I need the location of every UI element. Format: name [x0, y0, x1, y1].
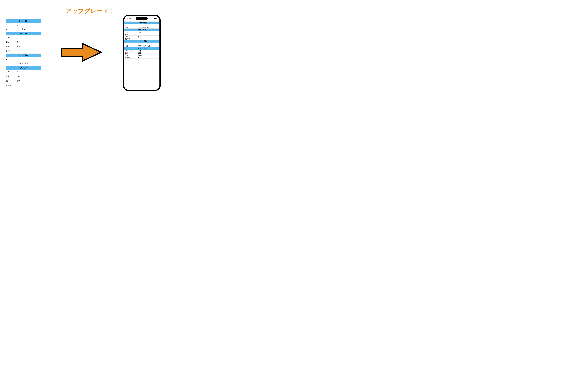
left-user1-id-row: id 2	[6, 57, 41, 61]
label-number: 数字	[124, 33, 137, 35]
svg-rect-3	[156, 18, 156, 18]
upgrade-arrow-icon	[60, 42, 102, 63]
label-drink: 飲み物	[124, 38, 137, 40]
value-user0-fruit: りんご	[137, 31, 159, 33]
app-user0-fav-header: お気に入り	[124, 28, 159, 31]
value-user1-name: ブログ読み次郎	[17, 63, 41, 65]
app-user1-fav-header: お気に入り	[124, 47, 159, 50]
app-user1-number-row: 数字 100	[124, 52, 159, 54]
label-number: 数字	[6, 75, 17, 77]
label-fruit: フルーツ	[124, 50, 137, 52]
wifi-icon	[151, 18, 153, 19]
value-user0-fruit: りんご	[17, 36, 41, 39]
value-user0-drink: -	[137, 38, 159, 40]
left-user1-fruit-row: フルーツ みかん	[6, 70, 41, 74]
label-drink: 飲み物	[124, 56, 137, 59]
app-user0-fruit-row: フルーツ りんご	[124, 31, 159, 33]
label-name: 名前	[6, 28, 17, 30]
value-user0-subject: 国語	[17, 46, 41, 48]
value-user1-subject: 数学	[17, 80, 41, 82]
value-user1-id: 2	[137, 43, 159, 45]
value-user0-name: ブログ書き太郎	[17, 28, 41, 30]
value-user1-number: 100	[17, 75, 41, 77]
label-name: 名前	[124, 26, 137, 28]
left-user1-info-header: ユーザー情報	[6, 54, 41, 57]
value-user0-id: 1	[137, 24, 159, 26]
left-user0-name-row: 名前 ブログ書き太郎	[6, 27, 41, 32]
label-drink: 飲み物	[6, 50, 17, 52]
left-table-panel: ユーザー情報 id 1 名前 ブログ書き太郎 お気に入り フルーツ りんご 数字…	[6, 19, 41, 88]
app-user0-number-row: 数字 3	[124, 33, 159, 36]
left-user1-drink-row: 飲み物 -	[6, 83, 41, 88]
label-name: 名前	[124, 45, 137, 47]
app-user1-subject-row: 教科 数学	[124, 54, 159, 56]
value-user1-subject: 数学	[137, 54, 159, 56]
app-user0-drink-row: 飲み物 -	[124, 38, 159, 40]
value-user0-number: 3	[17, 41, 41, 43]
label-id: id	[124, 24, 137, 26]
label-subject: 教科	[124, 36, 137, 38]
left-user0-drink-row: 飲み物 -	[6, 49, 41, 54]
label-number: 数字	[6, 41, 17, 43]
label-drink: 飲み物	[6, 85, 17, 87]
value-user1-fruit: みかん	[17, 71, 41, 73]
app-user1-name-row: 名前 ブログ読み次郎	[124, 45, 159, 47]
home-indicator[interactable]	[135, 89, 148, 89]
left-user1-fav-header: お気に入り	[6, 66, 41, 70]
label-fruit: フルーツ	[124, 31, 137, 33]
label-fruit: フルーツ	[6, 71, 17, 73]
left-user1-name-row: 名前 ブログ読み次郎	[6, 61, 41, 66]
left-user0-number-row: 数字 3	[6, 40, 41, 44]
app-user1-fruit-row: フルーツ みかん	[124, 50, 159, 52]
app-user1-drink-row: 飲み物 -	[124, 56, 159, 59]
app-user0-subject-row: 教科 国語	[124, 36, 159, 38]
value-user0-number: 3	[137, 33, 159, 35]
value-user1-id: 2	[17, 58, 41, 60]
value-user0-drink: -	[17, 50, 41, 52]
app-user0-info-header: ユーザー情報	[124, 21, 159, 24]
label-name: 名前	[6, 63, 17, 65]
value-user1-number: 100	[137, 52, 159, 54]
app-user0-id-row: id 1	[124, 24, 159, 26]
left-user0-fruit-row: フルーツ りんご	[6, 35, 41, 40]
value-user0-name: ブログ書き太郎	[137, 26, 159, 28]
battery-icon	[154, 18, 157, 19]
value-user1-drink: -	[137, 56, 159, 59]
value-user1-drink: -	[17, 85, 41, 87]
svg-rect-2	[154, 18, 156, 19]
label-number: 数字	[124, 52, 137, 54]
app-user0-name-row: 名前 ブログ書き太郎	[124, 26, 159, 28]
iphone-frame: 0:26 ユーザー情報 id 1	[123, 15, 161, 91]
label-fruit: フルーツ	[6, 36, 17, 39]
label-id: id	[6, 58, 17, 60]
left-user0-info-header: ユーザー情報	[6, 19, 41, 23]
value-user1-fruit: みかん	[137, 50, 159, 52]
status-indicators	[151, 18, 157, 19]
left-user0-fav-header: お気に入り	[6, 32, 41, 35]
label-id: id	[6, 24, 17, 26]
label-subject: 教科	[6, 46, 17, 48]
value-user0-subject: 国語	[137, 36, 159, 38]
value-user0-id: 1	[17, 24, 41, 26]
app-content[interactable]: ユーザー情報 id 1 名前 ブログ書き太郎 お気に入り フルーツ りんご 数字…	[124, 21, 159, 89]
left-user1-number-row: 数字 100	[6, 74, 41, 79]
label-subject: 教科	[124, 54, 137, 56]
status-time: 0:26	[128, 17, 131, 19]
svg-marker-0	[61, 43, 101, 61]
dynamic-island	[136, 17, 148, 20]
left-user1-subject-row: 教科 数学	[6, 79, 41, 83]
app-user1-info-header: ユーザー情報	[124, 40, 159, 43]
value-user1-name: ブログ読み次郎	[137, 45, 159, 47]
left-user0-id-row: id 1	[6, 23, 41, 27]
app-user1-id-row: id 2	[124, 43, 159, 45]
page-title: アップグレード！	[65, 7, 115, 15]
label-subject: 教科	[6, 80, 17, 82]
left-user0-subject-row: 教科 国語	[6, 44, 41, 49]
label-id: id	[124, 43, 137, 45]
